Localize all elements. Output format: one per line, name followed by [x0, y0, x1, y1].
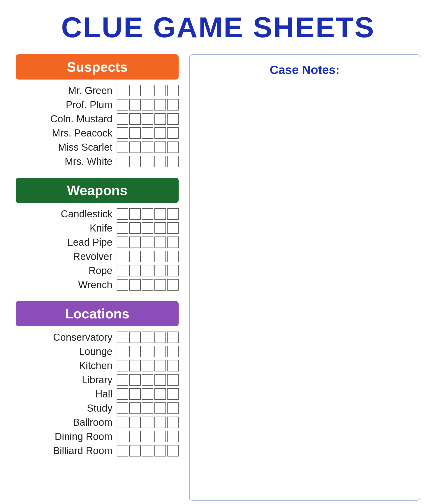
checkbox-cell[interactable] [142, 85, 153, 96]
checkbox-cell[interactable] [142, 279, 153, 291]
checkbox-cell[interactable] [167, 222, 179, 234]
checkbox-cell[interactable] [154, 346, 166, 357]
checkbox-cell[interactable] [142, 374, 153, 386]
checkbox-cell[interactable] [117, 265, 128, 276]
checkbox-cell[interactable] [154, 374, 166, 386]
checkbox-cell[interactable] [129, 113, 141, 125]
checkbox-cell[interactable] [129, 388, 141, 400]
checkbox-cell[interactable] [154, 360, 166, 371]
checkbox-cell[interactable] [117, 374, 128, 386]
checkbox-cell[interactable] [117, 402, 128, 414]
checkbox-cell[interactable] [142, 265, 153, 276]
checkbox-cell[interactable] [142, 222, 153, 234]
checkbox-cell[interactable] [117, 237, 128, 248]
checkbox-cell[interactable] [117, 85, 128, 96]
checkbox-cell[interactable] [167, 431, 179, 442]
checkbox-cell[interactable] [167, 360, 179, 371]
checkbox-cell[interactable] [154, 85, 166, 96]
checkbox-cell[interactable] [117, 141, 128, 153]
checkbox-cell[interactable] [142, 417, 153, 428]
checkbox-cell[interactable] [167, 417, 179, 428]
checkbox-cell[interactable] [129, 127, 141, 139]
checkbox-cell[interactable] [154, 113, 166, 125]
checkbox-cell[interactable] [167, 346, 179, 357]
checkbox-cell[interactable] [154, 141, 166, 153]
checkbox-cell[interactable] [117, 431, 128, 442]
checkbox-cell[interactable] [142, 445, 153, 456]
checkbox-cell[interactable] [142, 99, 153, 111]
checkbox-cell[interactable] [142, 360, 153, 371]
checkbox-cell[interactable] [142, 156, 153, 167]
checkbox-cell[interactable] [154, 388, 166, 400]
checkbox-cell[interactable] [167, 332, 179, 343]
checkbox-cell[interactable] [142, 431, 153, 442]
checkbox-cell[interactable] [117, 332, 128, 343]
checkbox-cell[interactable] [167, 265, 179, 276]
checkbox-cell[interactable] [117, 360, 128, 371]
checkbox-cell[interactable] [167, 251, 179, 262]
checkbox-cell[interactable] [129, 208, 141, 220]
checkbox-cell[interactable] [167, 279, 179, 291]
checkbox-cell[interactable] [142, 237, 153, 248]
checkbox-cell[interactable] [167, 113, 179, 125]
checkbox-cell[interactable] [167, 208, 179, 220]
checkbox-cell[interactable] [142, 346, 153, 357]
checkbox-cell[interactable] [142, 208, 153, 220]
checkbox-cell[interactable] [167, 402, 179, 414]
checkbox-cell[interactable] [129, 222, 141, 234]
checkbox-cell[interactable] [117, 99, 128, 111]
checkbox-cell[interactable] [117, 346, 128, 357]
checkbox-cell[interactable] [129, 99, 141, 111]
checkbox-cell[interactable] [117, 445, 128, 456]
checkbox-cell[interactable] [154, 127, 166, 139]
checkbox-cell[interactable] [117, 417, 128, 428]
checkbox-cell[interactable] [154, 208, 166, 220]
checkbox-cell[interactable] [117, 388, 128, 400]
checkbox-cell[interactable] [167, 237, 179, 248]
checkbox-cell[interactable] [129, 156, 141, 167]
checkbox-cell[interactable] [167, 85, 179, 96]
checkbox-cell[interactable] [167, 374, 179, 386]
checkbox-cell[interactable] [142, 388, 153, 400]
checkbox-cell[interactable] [129, 85, 141, 96]
checkbox-cell[interactable] [129, 374, 141, 386]
checkbox-cell[interactable] [117, 113, 128, 125]
checkbox-cell[interactable] [154, 99, 166, 111]
checkbox-cell[interactable] [154, 251, 166, 262]
checkbox-cell[interactable] [167, 156, 179, 167]
checkbox-cell[interactable] [129, 265, 141, 276]
checkbox-cell[interactable] [142, 332, 153, 343]
checkbox-cell[interactable] [117, 222, 128, 234]
checkbox-cell[interactable] [154, 237, 166, 248]
checkbox-cell[interactable] [154, 332, 166, 343]
checkbox-cell[interactable] [142, 113, 153, 125]
checkbox-cell[interactable] [129, 251, 141, 262]
checkbox-cell[interactable] [129, 141, 141, 153]
checkbox-cell[interactable] [167, 445, 179, 456]
checkbox-cell[interactable] [129, 402, 141, 414]
checkbox-cell[interactable] [167, 388, 179, 400]
checkbox-cell[interactable] [129, 360, 141, 371]
checkbox-cell[interactable] [154, 445, 166, 456]
checkbox-cell[interactable] [154, 279, 166, 291]
checkbox-cell[interactable] [129, 431, 141, 442]
checkbox-cell[interactable] [142, 251, 153, 262]
checkbox-cell[interactable] [129, 417, 141, 428]
checkbox-cell[interactable] [142, 141, 153, 153]
checkbox-cell[interactable] [117, 156, 128, 167]
checkbox-cell[interactable] [117, 127, 128, 139]
checkbox-cell[interactable] [154, 265, 166, 276]
checkbox-cell[interactable] [154, 156, 166, 167]
checkbox-cell[interactable] [154, 417, 166, 428]
checkbox-cell[interactable] [154, 402, 166, 414]
checkbox-cell[interactable] [154, 431, 166, 442]
checkbox-cell[interactable] [142, 402, 153, 414]
checkbox-cell[interactable] [167, 127, 179, 139]
checkbox-cell[interactable] [129, 445, 141, 456]
checkbox-cell[interactable] [129, 237, 141, 248]
checkbox-cell[interactable] [117, 251, 128, 262]
checkbox-cell[interactable] [129, 279, 141, 291]
checkbox-cell[interactable] [154, 222, 166, 234]
checkbox-cell[interactable] [167, 141, 179, 153]
checkbox-cell[interactable] [142, 127, 153, 139]
